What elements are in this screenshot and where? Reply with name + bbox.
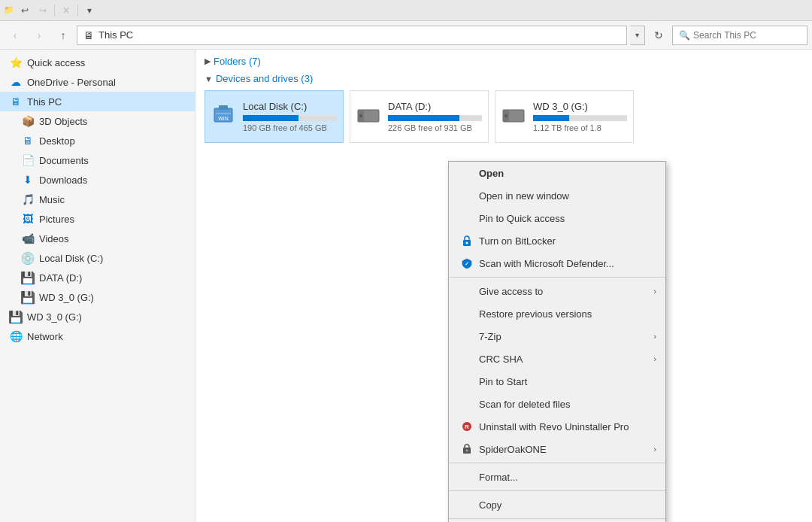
sidebar-item-label: Downloads xyxy=(39,175,87,186)
drive-tile-g[interactable]: WD 3_0 (G:) 1.12 TB free of 1.8 xyxy=(495,90,634,143)
sidebar-item-label: This PC xyxy=(27,96,62,108)
svg-point-9 xyxy=(504,114,508,117)
search-box[interactable]: 🔍 xyxy=(672,26,807,45)
ctx-item-pin-quick[interactable]: Pin to Quick access xyxy=(449,207,665,229)
drives-header[interactable]: ▼ Devices and drives (3) xyxy=(205,73,803,84)
ctx-item-open-new[interactable]: Open in new window xyxy=(449,184,665,207)
sidebar-item-label: WD 3_0 (G:) xyxy=(39,292,94,303)
drive-g-bar-bg xyxy=(533,115,627,121)
ctx-item-copy[interactable]: Copy xyxy=(449,493,665,516)
downloads-icon: ⬇ xyxy=(21,173,35,187)
drive-c-bar-bg xyxy=(243,115,337,121)
ctx-item-format[interactable]: Format... xyxy=(449,466,665,488)
sidebar-item-data-d[interactable]: 💾 DATA (D:) xyxy=(0,268,195,287)
refresh-button[interactable]: ↻ xyxy=(648,25,669,46)
ctx-item-revo[interactable]: R Uninstall with Revo Uninstaller Pro xyxy=(449,415,665,438)
drive-d-name: DATA (D:) xyxy=(388,101,482,112)
path-text: This PC xyxy=(98,29,133,41)
sidebar-item-pictures[interactable]: 🖼 Pictures xyxy=(0,209,195,229)
drive-c-name: Local Disk (C:) xyxy=(243,101,337,112)
drive-d-info: DATA (D:) 226 GB free of 931 GB xyxy=(388,101,482,132)
ctx-7zip-label: 7-Zip xyxy=(479,331,501,342)
delete-button[interactable]: ✕ xyxy=(58,2,74,19)
up-button[interactable]: ↑ xyxy=(53,25,74,46)
sidebar-item-local-disk-c[interactable]: 💿 Local Disk (C:) xyxy=(0,248,195,268)
sidebar-item-label: WD 3_0 (G:) xyxy=(27,311,82,323)
ctx-item-7zip[interactable]: 7-Zip › xyxy=(449,325,665,347)
network-icon: 🌐 xyxy=(9,329,23,343)
pictures-icon: 🖼 xyxy=(21,212,35,226)
drives-grid: WIN Local Disk (C:) 190 GB free of 465 G… xyxy=(205,90,803,143)
sidebar-item-this-pc[interactable]: 🖥 This PC xyxy=(0,92,195,111)
sidebar-item-label: 3D Objects xyxy=(39,116,87,127)
sidebar-item-label: DATA (D:) xyxy=(39,272,82,284)
sidebar-item-onedrive[interactable]: ☁ OneDrive - Personal xyxy=(0,72,195,92)
folders-header[interactable]: ▶ Folders (7) xyxy=(205,56,803,67)
sidebar-item-label: Pictures xyxy=(39,214,74,225)
sidebar-item-label: Local Disk (C:) xyxy=(39,253,103,264)
drive-g-icon xyxy=(501,102,526,132)
ctx-item-bitlocker[interactable]: Turn on BitLocker xyxy=(449,229,665,252)
ctx-spideroak-label: SpiderOakONE xyxy=(479,444,547,455)
sidebar-item-network[interactable]: 🌐 Network xyxy=(0,326,195,346)
sidebar-item-quick-access[interactable]: ⭐ Quick access xyxy=(0,53,195,72)
drive-d-space: 226 GB free of 931 GB xyxy=(388,123,482,132)
ctx-spideroak-icon xyxy=(461,443,473,455)
drive-tile-d[interactable]: DATA (D:) 226 GB free of 931 GB xyxy=(350,90,489,143)
ctx-scan-deleted-icon xyxy=(461,398,473,410)
sidebar-item-music[interactable]: 🎵 Music xyxy=(0,190,195,209)
undo-button[interactable]: ↩ xyxy=(17,2,33,19)
main-layout: ⭐ Quick access ☁ OneDrive - Personal 🖥 T… xyxy=(0,50,812,522)
drive-g-name: WD 3_0 (G:) xyxy=(533,101,627,112)
ctx-bitlocker-label: Turn on BitLocker xyxy=(479,235,556,247)
ctx-crc-label: CRC SHA xyxy=(479,354,523,365)
sidebar-item-label: Music xyxy=(39,194,65,205)
redo-button[interactable]: ↪ xyxy=(35,2,51,19)
this-pc-icon: 🖥 xyxy=(9,95,23,108)
sidebar-item-downloads[interactable]: ⬇ Downloads xyxy=(0,170,195,190)
ctx-item-scan-deleted[interactable]: Scan for deleted files xyxy=(449,393,665,415)
ctx-item-defender[interactable]: ✓ Scan with Microsoft Defender... xyxy=(449,252,665,275)
back-button[interactable]: ‹ xyxy=(5,25,26,46)
content-area: ▶ Folders (7) ▼ Devices and drives (3) xyxy=(195,50,812,522)
sidebar-item-label: Videos xyxy=(39,233,69,244)
address-dropdown[interactable]: ▾ xyxy=(630,26,645,45)
drive-d-bar-fill xyxy=(388,115,459,121)
sidebar: ⭐ Quick access ☁ OneDrive - Personal 🖥 T… xyxy=(0,50,195,522)
address-path[interactable]: 🖥 This PC xyxy=(77,26,627,45)
sidebar-item-wd30-g[interactable]: 💾 WD 3_0 (G:) xyxy=(0,307,195,326)
drive-tile-c[interactable]: WIN Local Disk (C:) 190 GB free of 465 G… xyxy=(205,90,344,143)
ctx-pin-quick-icon xyxy=(461,212,473,224)
wd30-g-sub-icon: 💾 xyxy=(21,290,35,304)
sidebar-item-label: Network xyxy=(27,331,63,342)
drive-c-icon: WIN xyxy=(211,102,235,132)
sidebar-item-videos[interactable]: 📹 Videos xyxy=(0,229,195,248)
sidebar-item-3d-objects[interactable]: 📦 3D Objects xyxy=(0,111,195,131)
sidebar-item-label: OneDrive - Personal xyxy=(27,77,116,88)
divider xyxy=(54,5,55,17)
title-bar-controls: 📁 ↩ ↪ ✕ ▾ xyxy=(3,2,98,19)
svg-rect-2 xyxy=(216,113,231,114)
ctx-item-spideroak[interactable]: SpiderOakONE › xyxy=(449,438,665,460)
address-bar: ‹ › ↑ 🖥 This PC ▾ ↻ 🔍 xyxy=(0,21,812,50)
search-input[interactable] xyxy=(693,30,801,41)
ctx-item-give-access[interactable]: Give access to › xyxy=(449,280,665,302)
ctx-item-open[interactable]: Open xyxy=(449,162,665,184)
ctx-spideroak-arrow: › xyxy=(653,445,656,454)
svg-text:WIN: WIN xyxy=(218,116,229,121)
sidebar-item-documents[interactable]: 📄 Documents xyxy=(0,150,195,170)
ctx-item-crc-sha[interactable]: CRC SHA › xyxy=(449,347,665,370)
forward-button[interactable]: › xyxy=(29,25,50,46)
ctx-item-restore[interactable]: Restore previous versions xyxy=(449,302,665,325)
sidebar-item-wd30-g-sub[interactable]: 💾 WD 3_0 (G:) xyxy=(0,287,195,307)
ctx-open-new-label: Open in new window xyxy=(479,190,569,202)
folders-title: Folders (7) xyxy=(214,56,261,67)
ctx-item-pin-start[interactable]: Pin to Start xyxy=(449,370,665,393)
sidebar-item-desktop[interactable]: 🖥 Desktop xyxy=(0,131,195,150)
drive-d-bar-bg xyxy=(388,115,482,121)
drive-g-space: 1.12 TB free of 1.8 xyxy=(533,123,627,132)
ctx-sep-4 xyxy=(449,518,665,519)
ctx-revo-label: Uninstall with Revo Uninstaller Pro xyxy=(479,421,629,432)
quick-access-dropdown[interactable]: ▾ xyxy=(81,2,98,19)
drive-g-bar-fill xyxy=(533,115,569,121)
